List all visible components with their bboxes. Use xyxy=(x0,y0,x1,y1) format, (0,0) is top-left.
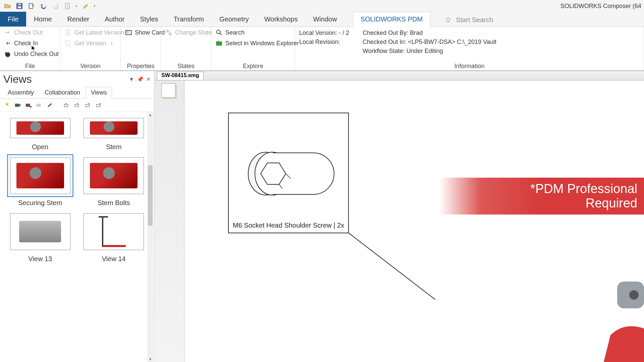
undo-icon[interactable] xyxy=(39,1,48,11)
scroll-up-icon[interactable]: ▲ xyxy=(147,112,153,118)
view-thumb-view14[interactable]: View 14 xyxy=(80,210,148,263)
view-label: Stem xyxy=(106,143,122,151)
camera-icon[interactable] xyxy=(13,101,22,109)
views-grid: Open Stem Securing Stem Stem Bolts View … xyxy=(0,112,154,266)
tab-window[interactable]: Window xyxy=(305,12,344,26)
views-scrollbar[interactable]: ▲ ▼ xyxy=(147,112,153,362)
tab-geometry[interactable]: Geometry xyxy=(212,12,257,26)
svg-point-5 xyxy=(446,17,450,21)
brush2-icon[interactable] xyxy=(46,101,54,109)
group-label-version: Version xyxy=(64,62,116,70)
views-panel-title: Views xyxy=(3,73,32,85)
overlay-line2: Required xyxy=(586,196,637,210)
workspace: Views ▼ 📌 ✕ Assembly Collaboration Views xyxy=(0,71,644,362)
change-state-button: Change State xyxy=(165,28,207,37)
camera-record-icon[interactable] xyxy=(24,101,33,109)
views-tab-assembly[interactable]: Assembly xyxy=(3,87,39,98)
check-in-icon xyxy=(4,40,11,47)
tab-home[interactable]: Home xyxy=(26,12,59,26)
svg-rect-2 xyxy=(18,4,21,5)
quick-access-toolbar: ▼ ▼ SOLIDWORKS Composer (64 xyxy=(0,0,644,12)
view-label: Open xyxy=(32,143,48,151)
info-checked-out-in: Checked Out In: <LP5-BW7-DSA> C:\_2019 V… xyxy=(363,39,496,46)
undo-check-out-button[interactable]: Undo Check Out xyxy=(4,50,56,58)
svg-rect-17 xyxy=(37,104,41,107)
canvas-viewport[interactable]: M6 Socket Head Shoulder Screw | 2x *PDM … xyxy=(184,80,644,362)
cam-nav1-icon[interactable] xyxy=(62,101,71,109)
svg-rect-13 xyxy=(216,42,222,45)
view-thumb-stem[interactable]: Stem xyxy=(80,115,148,151)
panel-pin-icon[interactable]: 📌 xyxy=(137,76,144,82)
show-card-button[interactable]: Show Card xyxy=(125,28,157,37)
views-tab-collaboration[interactable]: Collaboration xyxy=(40,87,85,98)
cam-nav4-icon[interactable] xyxy=(95,101,103,109)
group-label-information: Information xyxy=(299,62,640,70)
qat-dropdown-icon[interactable]: ▼ xyxy=(93,5,97,8)
check-out-icon xyxy=(4,29,11,36)
view-thumb-view13[interactable]: View 13 xyxy=(7,210,74,263)
view-label: Securing Stem xyxy=(18,199,62,207)
group-label-properties: Properties xyxy=(125,62,157,70)
lightbulb-icon xyxy=(444,16,452,24)
view-label: Stem Bolts xyxy=(98,199,130,207)
search-icon xyxy=(215,29,223,36)
camera-disabled-icon xyxy=(35,101,44,109)
tab-solidworks-pdm[interactable]: SOLIDWORKS PDM xyxy=(353,12,431,27)
svg-rect-14 xyxy=(15,104,19,107)
undo-check-out-icon xyxy=(4,50,11,58)
group-label-file: File xyxy=(4,62,56,70)
panel-close-icon[interactable]: ✕ xyxy=(146,76,151,82)
ribbon-tabs: File Home Render Author Styles Transform… xyxy=(0,12,644,27)
search-placeholder: Start Search xyxy=(456,16,493,24)
view-thumb-stem-bolts[interactable]: Stem Bolts xyxy=(80,154,148,207)
page-icon[interactable] xyxy=(63,1,72,11)
overlay-banner: *PDM Professional Required xyxy=(439,178,644,215)
brush-icon[interactable] xyxy=(81,1,91,11)
tab-file[interactable]: File xyxy=(0,12,26,26)
open-icon[interactable] xyxy=(3,1,12,11)
view-thumb-open[interactable]: Open xyxy=(7,115,74,151)
redo-icon[interactable] xyxy=(51,1,60,11)
group-label-explore: Explore xyxy=(215,62,291,70)
svg-rect-3 xyxy=(29,4,33,9)
tab-transform[interactable]: Transform xyxy=(166,12,212,26)
panel-dropdown-icon[interactable]: ▼ xyxy=(129,76,134,82)
svg-rect-15 xyxy=(26,104,30,107)
export-icon[interactable] xyxy=(27,1,36,11)
show-card-icon xyxy=(125,29,132,36)
get-version-icon xyxy=(64,40,72,47)
cam-nav3-icon[interactable] xyxy=(84,101,93,109)
tab-author[interactable]: Author xyxy=(97,12,132,26)
tab-styles[interactable]: Styles xyxy=(132,12,166,26)
save-icon[interactable] xyxy=(15,1,24,11)
svg-point-29 xyxy=(629,290,639,300)
assembly-peek xyxy=(604,275,644,362)
get-version-button: Get Version▼ xyxy=(64,39,116,48)
tab-workshops[interactable]: Workshops xyxy=(257,12,306,26)
scroll-down-icon[interactable]: ▼ xyxy=(147,356,153,362)
select-in-explorer-button[interactable]: Select in Windows Explorer xyxy=(215,39,291,48)
svg-rect-21 xyxy=(97,104,100,107)
new-view-icon[interactable] xyxy=(3,101,11,109)
ribbon-search[interactable]: Start Search xyxy=(438,13,499,26)
views-tab-views[interactable]: Views xyxy=(86,87,112,99)
svg-rect-9 xyxy=(126,31,131,35)
document-stack-icon[interactable] xyxy=(163,85,176,99)
page-dropdown-icon[interactable]: ▼ xyxy=(75,5,78,8)
info-checked-out-by: Checked Out By: Brad xyxy=(363,29,496,37)
callout-box: M6 Socket Head Shoulder Screw | 2x xyxy=(228,113,349,233)
group-label-states: States xyxy=(165,62,207,70)
svg-point-12 xyxy=(217,30,220,34)
view-thumb-securing-stem[interactable]: Securing Stem xyxy=(7,154,74,207)
cam-nav2-icon[interactable] xyxy=(73,101,82,109)
document-tab[interactable]: SW-08415.smg xyxy=(157,72,204,80)
svg-rect-11 xyxy=(169,33,171,35)
view-label: View 13 xyxy=(28,255,52,263)
check-in-button[interactable]: Check In xyxy=(4,39,56,48)
explorer-icon xyxy=(215,40,223,47)
svg-rect-1 xyxy=(18,6,21,8)
view-label: View 14 xyxy=(102,255,126,263)
search-button[interactable]: Search xyxy=(215,28,291,37)
scroll-thumb[interactable] xyxy=(148,165,153,226)
tab-render[interactable]: Render xyxy=(60,12,97,26)
